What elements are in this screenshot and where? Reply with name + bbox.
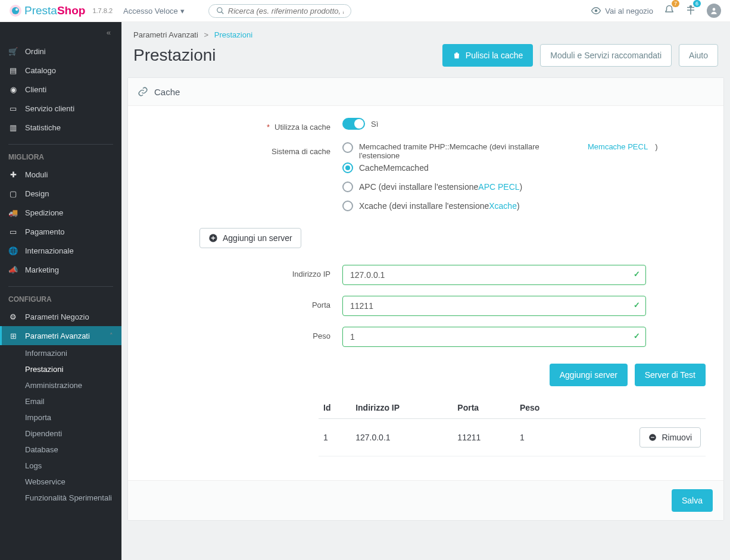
- recommended-label: Moduli e Servizi raccomandati: [550, 51, 662, 60]
- sidebar-collapse[interactable]: «: [0, 22, 121, 42]
- weight-label: Peso: [146, 327, 342, 340]
- cell-port: 11211: [453, 419, 515, 456]
- person-icon: [710, 7, 718, 15]
- top-bar: PrestaShop 1.7.8.2 Accesso Veloce ▾ Vai …: [0, 0, 730, 22]
- th-port: Porta: [453, 397, 515, 419]
- sidebar-item-payment[interactable]: ▭Pagamento: [0, 222, 121, 241]
- quick-access-dropdown[interactable]: Accesso Veloce ▾: [123, 7, 185, 15]
- sidebar-sub-email[interactable]: Email: [0, 393, 121, 409]
- weight-input[interactable]: [342, 327, 646, 347]
- support-button[interactable]: 6: [685, 5, 696, 17]
- globe-icon: 🌐: [8, 246, 18, 255]
- support-badge: 6: [693, 0, 701, 7]
- add-server-button[interactable]: Aggiungi server: [550, 364, 628, 386]
- sidebar-sub-webservice[interactable]: Webservice: [0, 474, 121, 490]
- sidebar-item-marketing[interactable]: 📣Marketing: [0, 260, 121, 279]
- sidebar-item-orders[interactable]: 🛒Ordini: [0, 42, 121, 61]
- page-header: Prestazioni Pulisci la cache Moduli e Se…: [121, 42, 730, 77]
- sidebar-sub-experimental[interactable]: Funzionalità Sperimentali: [0, 490, 121, 506]
- cell-ip: 127.0.0.1: [351, 419, 453, 456]
- cache-panel: Cache *Utilizza la cache Sì Sistema di c…: [127, 77, 724, 521]
- gear-icon: ⚙: [8, 312, 18, 321]
- clear-cache-button[interactable]: Pulisci la cache: [442, 44, 534, 67]
- xcache-link[interactable]: Xcache: [489, 201, 517, 211]
- panel-body: *Utilizza la cache Sì Sistema di cache: [128, 106, 723, 480]
- ip-input[interactable]: [342, 265, 646, 285]
- th-ip: Indirizzo IP: [351, 397, 453, 419]
- remove-server-button[interactable]: Rimuovi: [639, 427, 701, 448]
- sidebar-item-shop-params[interactable]: ⚙Parametri Negozio: [0, 307, 121, 326]
- radio-cachememcached[interactable]: [342, 162, 353, 173]
- sidebar-item-advanced-params[interactable]: ⊞Parametri Avanzati˄: [0, 326, 121, 345]
- clear-cache-label: Pulisci la cache: [466, 51, 523, 60]
- search-box[interactable]: [208, 4, 351, 18]
- notifications-button[interactable]: 7: [664, 5, 675, 17]
- logo[interactable]: PrestaShop 1.7.8.2: [9, 4, 113, 17]
- eye-icon: [591, 5, 601, 16]
- th-id: Id: [319, 397, 351, 419]
- cart-icon: 🛒: [8, 46, 18, 56]
- search-icon: [216, 7, 224, 15]
- sidebar-sub-database[interactable]: Database: [0, 442, 121, 458]
- svg-point-7: [713, 8, 716, 11]
- view-shop-label: Vai al negozio: [605, 7, 653, 15]
- sidebar-item-shipping[interactable]: 🚚Spedizione: [0, 203, 121, 222]
- version-label: 1.7.8.2: [92, 7, 113, 14]
- sidebar-sub-import[interactable]: Importa: [0, 409, 121, 426]
- help-button[interactable]: Aiuto: [679, 44, 718, 67]
- cache-system-label: Sistema di cache: [146, 142, 342, 156]
- port-input[interactable]: [342, 296, 646, 316]
- panel-footer: Salva: [128, 480, 723, 520]
- test-server-button[interactable]: Server di Test: [635, 364, 706, 386]
- svg-point-5: [595, 10, 598, 12]
- plus-circle-icon: [208, 233, 218, 243]
- sidebar-sub-employees[interactable]: Dipendenti: [0, 426, 121, 442]
- paren-close-1: ): [655, 142, 657, 151]
- chat-icon: ▭: [8, 104, 18, 113]
- sidebar-sub-information[interactable]: Informazioni: [0, 345, 121, 361]
- sidebar-item-catalog[interactable]: ▤Catalogo: [0, 61, 121, 80]
- sidebar-item-design[interactable]: ▢Design: [0, 184, 121, 203]
- table-row: 1 127.0.0.1 11211 1 Rimuovi: [319, 419, 706, 456]
- add-server-toggle-label: Aggiungi un server: [223, 233, 292, 243]
- quick-access-label: Accesso Veloce: [123, 7, 178, 15]
- th-weight: Peso: [515, 397, 571, 419]
- breadcrumb-parent[interactable]: Parametri Avanzati: [133, 30, 198, 39]
- cell-id: 1: [319, 419, 351, 456]
- sidebar-item-modules[interactable]: ✚Moduli: [0, 165, 121, 184]
- radio-cachememcached-label: CacheMemcached: [359, 163, 706, 173]
- panel-header: Cache: [128, 78, 723, 106]
- port-label: Porta: [146, 296, 342, 309]
- recommended-button[interactable]: Moduli e Servizi raccomandati: [540, 44, 672, 67]
- sidebar-item-customers[interactable]: ◉Clienti: [0, 80, 121, 99]
- chevron-left-icon: «: [107, 28, 111, 37]
- sidebar-item-stats[interactable]: ▥Statistiche: [0, 118, 121, 137]
- sidebar: « 🛒Ordini ▤Catalogo ◉Clienti ▭Servizio c…: [0, 22, 121, 560]
- svg-rect-10: [651, 437, 655, 437]
- radio-apc[interactable]: [342, 182, 353, 192]
- save-button[interactable]: Salva: [672, 489, 713, 512]
- sidebar-sub-logs[interactable]: Logs: [0, 458, 121, 474]
- add-server-toggle-button[interactable]: Aggiungi un server: [199, 228, 301, 248]
- profile-avatar[interactable]: [707, 4, 721, 18]
- apc-pecl-link[interactable]: APC PECL: [478, 182, 519, 192]
- top-right: Vai al negozio 7 6: [591, 4, 721, 18]
- puzzle-icon: ✚: [8, 170, 18, 179]
- use-cache-toggle[interactable]: Sì: [342, 118, 378, 130]
- view-shop-link[interactable]: Vai al negozio: [591, 5, 653, 16]
- sidebar-item-customer-service[interactable]: ▭Servizio clienti: [0, 99, 121, 118]
- sidebar-item-international[interactable]: 🌐Internazionale: [0, 241, 121, 260]
- svg-line-4: [222, 12, 224, 14]
- person-icon: ◉: [8, 85, 18, 94]
- radio-memcache[interactable]: [342, 142, 353, 153]
- check-icon: ✓: [634, 331, 640, 340]
- sidebar-sub-performance[interactable]: Prestazioni: [0, 361, 121, 377]
- toggle-value: Sì: [371, 120, 378, 129]
- radio-xcache[interactable]: [342, 201, 353, 211]
- megaphone-icon: 📣: [8, 265, 18, 274]
- chevron-down-icon: ▾: [180, 7, 185, 15]
- sidebar-sub-administration[interactable]: Amministrazione: [0, 377, 121, 393]
- page-title: Prestazioni: [133, 46, 216, 65]
- search-input[interactable]: [228, 7, 344, 15]
- memcache-pecl-link[interactable]: Memcache PECL: [588, 142, 648, 151]
